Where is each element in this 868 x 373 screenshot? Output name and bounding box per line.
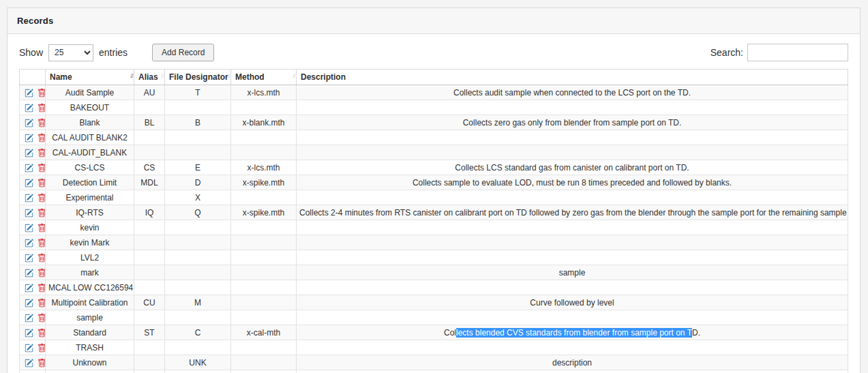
- cell-description: Collects 2-4 minutes from RTS canister o…: [297, 205, 848, 220]
- cell-name: LVL2: [46, 250, 134, 265]
- edit-record-icon[interactable]: [25, 314, 33, 323]
- table-row: IQ-RTSIQQx-spike.mthCollects 2-4 minutes…: [20, 205, 848, 220]
- sort-icon[interactable]: ↓↑: [226, 72, 229, 79]
- delete-record-icon[interactable]: [38, 314, 46, 323]
- delete-record-icon[interactable]: [38, 194, 46, 203]
- cell-alias: [134, 355, 165, 370]
- delete-record-icon[interactable]: [38, 209, 46, 218]
- delete-record-icon[interactable]: [38, 89, 46, 98]
- edit-record-icon[interactable]: [25, 89, 33, 98]
- cell-method: [231, 145, 297, 160]
- add-record-button[interactable]: Add Record: [152, 44, 214, 61]
- cell-description: Collects audit sample when connected to …: [297, 85, 848, 100]
- cell-alias: [134, 130, 165, 145]
- table-row: CAL AUDIT BLANK2: [20, 130, 848, 145]
- cell-actions: [20, 295, 46, 310]
- edit-record-icon[interactable]: [25, 149, 33, 158]
- column-header-alias[interactable]: Alias ↓↑: [134, 70, 165, 85]
- table-row: kevin: [20, 220, 848, 235]
- table-row: CS-LCSCSEx-lcs.mthCollects LCS standard …: [20, 160, 848, 175]
- cell-description: description: [297, 355, 848, 370]
- search-input[interactable]: [747, 44, 848, 61]
- cell-file-designator: sam: [165, 370, 231, 373]
- cell-alias: sampl: [134, 370, 165, 373]
- cell-file-designator: [165, 235, 231, 250]
- delete-record-icon[interactable]: [38, 149, 46, 158]
- edit-record-icon[interactable]: [25, 359, 33, 368]
- cell-actions: [20, 160, 46, 175]
- table-row: Detection LimitMDLDx-spike.mthCollects s…: [20, 175, 848, 190]
- column-header-file-designator[interactable]: File Designator ↓↑: [165, 70, 231, 85]
- delete-record-icon[interactable]: [38, 299, 46, 308]
- table-row: ExperimentalX: [20, 190, 848, 205]
- delete-record-icon[interactable]: [38, 239, 46, 248]
- delete-record-icon[interactable]: [38, 329, 46, 338]
- sort-icon[interactable]: ↓↑: [130, 72, 132, 79]
- edit-record-icon[interactable]: [25, 284, 33, 293]
- cell-name: IQ-RTS: [46, 205, 134, 220]
- cell-alias: [134, 310, 165, 325]
- edit-record-icon[interactable]: [25, 269, 33, 278]
- cell-method: x-cal-mth: [231, 325, 297, 340]
- page-length-select[interactable]: 25: [48, 44, 93, 61]
- cell-method: [231, 190, 297, 205]
- delete-record-icon[interactable]: [38, 269, 46, 278]
- cell-description: Collects sample to evaluate LOD, must be…: [297, 175, 848, 190]
- cell-method: [231, 280, 297, 295]
- table-row: BlankBLBx-blank.mthCollects zero gas onl…: [20, 115, 848, 130]
- cell-alias: [134, 280, 165, 295]
- edit-record-icon[interactable]: [25, 344, 33, 353]
- edit-record-icon[interactable]: [25, 134, 33, 143]
- delete-record-icon[interactable]: [38, 284, 46, 293]
- cell-file-designator: [165, 265, 231, 280]
- cell-file-designator: M: [165, 295, 231, 310]
- delete-record-icon[interactable]: [38, 164, 46, 173]
- edit-record-icon[interactable]: [25, 224, 33, 233]
- table-row: Audit SampleAUTx-lcs.mthCollects audit s…: [20, 85, 848, 100]
- edit-record-icon[interactable]: [25, 104, 33, 113]
- column-header-method[interactable]: Method ↓↑: [231, 70, 297, 85]
- cell-actions: [20, 115, 46, 130]
- edit-record-icon[interactable]: [25, 179, 33, 188]
- edit-record-icon[interactable]: [25, 119, 33, 128]
- delete-record-icon[interactable]: [38, 119, 46, 128]
- cell-description: Collects LCS standard gas from canister …: [297, 160, 848, 175]
- table-body: Audit SampleAUTx-lcs.mthCollects audit s…: [20, 85, 848, 373]
- cell-description: [297, 220, 848, 235]
- edit-record-icon[interactable]: [25, 194, 33, 203]
- edit-record-icon[interactable]: [25, 209, 33, 218]
- column-header-name[interactable]: Name ↓↑: [46, 70, 134, 85]
- edit-record-icon[interactable]: [25, 329, 33, 338]
- cell-actions: [20, 100, 46, 115]
- cell-alias: MDL: [134, 175, 165, 190]
- cell-name: mark: [46, 265, 134, 280]
- cell-file-designator: UNK: [165, 355, 231, 370]
- edit-record-icon[interactable]: [25, 254, 33, 263]
- cell-method: [231, 340, 297, 355]
- delete-record-icon[interactable]: [38, 134, 46, 143]
- description-text: Col: [444, 328, 456, 338]
- delete-record-icon[interactable]: [38, 179, 46, 188]
- delete-record-icon[interactable]: [38, 359, 46, 368]
- sort-icon[interactable]: ↓↑: [292, 72, 295, 79]
- edit-record-icon[interactable]: [25, 239, 33, 248]
- cell-file-designator: [165, 130, 231, 145]
- cell-method: [231, 265, 297, 280]
- edit-record-icon[interactable]: [25, 299, 33, 308]
- cell-method: x-lcs.mth: [231, 85, 297, 100]
- delete-record-icon[interactable]: [38, 224, 46, 233]
- delete-record-icon[interactable]: [38, 104, 46, 113]
- cell-actions: [20, 250, 46, 265]
- cell-actions: [20, 220, 46, 235]
- delete-record-icon[interactable]: [38, 344, 46, 353]
- sort-icon[interactable]: ↓↑: [160, 72, 163, 79]
- cell-file-designator: [165, 280, 231, 295]
- header-row: Name ↓↑ Alias ↓↑ File Designator ↓↑ Meth…: [20, 70, 848, 85]
- edit-record-icon[interactable]: [25, 164, 33, 173]
- delete-record-icon[interactable]: [38, 254, 46, 263]
- selected-text-highlight: lects blended CVS standards from blender…: [456, 328, 692, 338]
- cell-description: [297, 130, 848, 145]
- cell-file-designator: [165, 250, 231, 265]
- cell-description: [297, 340, 848, 355]
- column-header-description[interactable]: Description: [297, 70, 848, 85]
